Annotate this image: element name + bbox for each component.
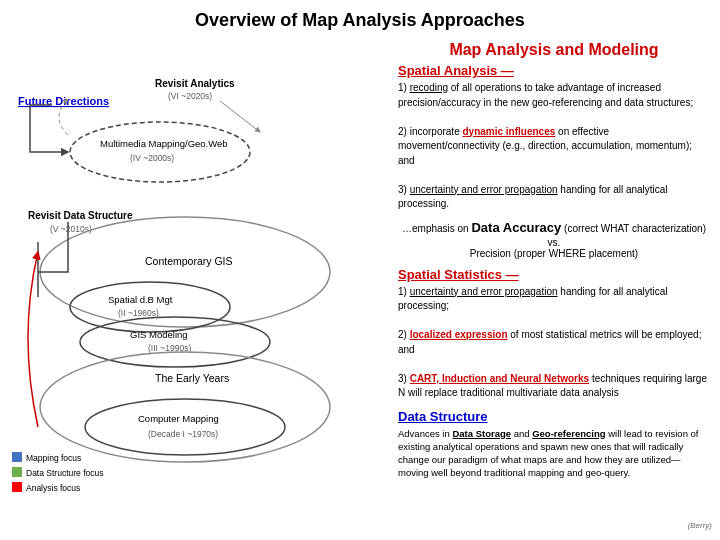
svg-point-19 — [85, 399, 285, 455]
spatial-analysis-title: Spatial Analysis — — [398, 63, 710, 78]
diagram-panel: Future Directions Revisit Analytics (VI … — [0, 37, 390, 532]
map-analysis-title: Map Analysis and Modeling — [398, 41, 710, 59]
svg-rect-26 — [12, 482, 22, 492]
svg-text:(IV ~2000s): (IV ~2000s) — [130, 153, 174, 163]
data-structure-title: Data Structure — [398, 409, 710, 424]
svg-text:Multimedia Mapping/Geo.Web: Multimedia Mapping/Geo.Web — [100, 138, 228, 149]
svg-text:Data Structure focus: Data Structure focus — [26, 468, 103, 478]
svg-text:GIS Modeling: GIS Modeling — [130, 329, 188, 340]
svg-text:Contemporary GIS: Contemporary GIS — [145, 255, 233, 267]
svg-text:(Decade I ~1970s): (Decade I ~1970s) — [148, 429, 218, 439]
spatial-analysis-body: 1) recoding of all operations to take ad… — [398, 81, 710, 212]
svg-text:Mapping focus: Mapping focus — [26, 453, 81, 463]
svg-text:Analysis focus: Analysis focus — [26, 483, 80, 493]
svg-text:The Early Years: The Early Years — [155, 372, 229, 384]
svg-text:Spatial d.B Mgt: Spatial d.B Mgt — [108, 294, 173, 305]
svg-text:Revisit Analytics: Revisit Analytics — [155, 78, 235, 89]
svg-point-9 — [40, 217, 330, 327]
precision-line: vs. Precision (proper WHERE placement) — [398, 237, 710, 259]
svg-line-2 — [220, 101, 260, 132]
svg-text:Computer Mapping: Computer Mapping — [138, 413, 219, 424]
svg-point-3 — [70, 122, 250, 182]
svg-point-11 — [70, 282, 230, 332]
data-structure-body: Advances in Data Storage and Geo-referen… — [398, 427, 710, 480]
svg-rect-24 — [12, 467, 22, 477]
page-title: Overview of Map Analysis Approaches — [0, 0, 720, 37]
right-panel: Map Analysis and Modeling Spatial Analys… — [390, 37, 720, 532]
footer-ref: (Berry) — [688, 521, 712, 530]
svg-text:(VI ~2020s): (VI ~2020s) — [168, 91, 212, 101]
spatial-stats-body: 1) uncertainty and error propagation han… — [398, 285, 710, 401]
svg-rect-22 — [12, 452, 22, 462]
svg-point-18 — [40, 352, 330, 462]
svg-text:Revisit Data Structure: Revisit Data Structure — [28, 210, 133, 221]
emphasis-line: …emphasis on Data Accuracy (correct WHAT… — [398, 220, 710, 235]
svg-text:(II ~1960s): (II ~1960s) — [118, 308, 159, 318]
spatial-stats-title: Spatial Statistics — — [398, 267, 710, 282]
